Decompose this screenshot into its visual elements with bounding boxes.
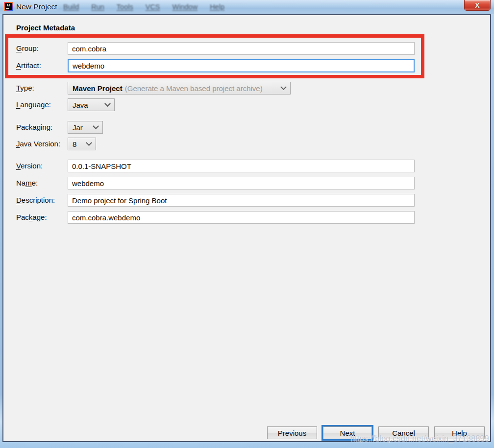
background-menubar: Build Run Tools VCS Window Help <box>63 3 224 11</box>
packaging-select[interactable]: Jar <box>68 121 103 134</box>
package-label: Package: <box>16 211 47 224</box>
name-input[interactable] <box>68 177 415 189</box>
type-select[interactable]: Maven Project (Generate a Maven based pr… <box>68 82 291 94</box>
menu-item-tools[interactable]: Tools <box>117 3 133 11</box>
java-version-label: Java Version: <box>16 138 60 150</box>
language-label: Language: <box>16 98 51 111</box>
menu-item-help[interactable]: Help <box>210 3 224 11</box>
chevron-down-icon <box>86 140 92 146</box>
version-input[interactable] <box>68 160 415 172</box>
menu-item-run[interactable]: Run <box>91 3 104 11</box>
language-select[interactable]: Java <box>68 98 115 111</box>
packaging-label: Packaging: <box>16 121 52 134</box>
window-title: New Project <box>16 2 57 11</box>
close-button[interactable]: X <box>464 0 491 11</box>
close-icon: X <box>475 1 479 9</box>
menu-item-vcs[interactable]: VCS <box>146 3 160 11</box>
new-project-window: IJ New Project Build Run Tools VCS Windo… <box>0 0 494 448</box>
help-button[interactable]: Help <box>434 426 485 439</box>
cancel-button[interactable]: Cancel <box>378 426 429 439</box>
artifact-input[interactable] <box>68 59 415 72</box>
chevron-down-icon <box>93 123 99 129</box>
group-input[interactable] <box>68 42 415 55</box>
page-title: Project Metadata <box>16 24 75 32</box>
next-button[interactable]: Next <box>321 425 373 441</box>
artifact-label: Artifact: <box>16 59 41 72</box>
menu-item-build[interactable]: Build <box>63 3 79 11</box>
chevron-down-icon <box>280 84 287 90</box>
group-label: Group: <box>16 42 39 55</box>
package-input[interactable] <box>68 211 415 224</box>
chevron-down-icon <box>104 100 111 107</box>
description-input[interactable] <box>68 194 415 207</box>
java-version-select[interactable]: 8 <box>68 138 96 150</box>
description-label: Description: <box>16 194 55 207</box>
menu-item-window[interactable]: Window <box>173 3 198 11</box>
type-label: Type: <box>16 82 34 94</box>
name-label: Name: <box>16 177 38 189</box>
intellij-idea-icon: IJ <box>4 2 13 11</box>
version-label: Version: <box>16 160 43 172</box>
new-project-dialog: Project Metadata Group: Artifact: Type: … <box>2 14 491 442</box>
previous-button[interactable]: Previous <box>267 426 317 439</box>
title-bar: IJ New Project Build Run Tools VCS Windo… <box>0 0 494 14</box>
